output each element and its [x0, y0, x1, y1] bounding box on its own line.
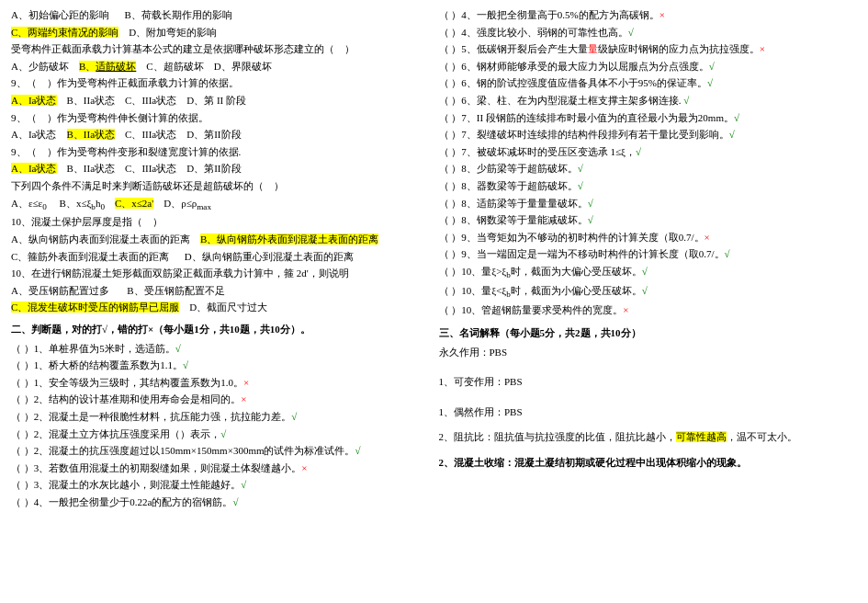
q10-opts: A、ε≤ε0 B、x≤ξbh0 C、x≤2a' D、ρ≤ρmax [11, 196, 430, 214]
q9-2-opt-c: C、IIIa状态 [125, 129, 176, 140]
right-column: （ ）4、一般把全彻量高于0.5%的配方为高碳钢。× （ ）4、强度比较小、弱钢… [439, 7, 858, 511]
q8-opt-c: C、两端约束情况的影响 [11, 27, 118, 38]
q10-2-opt-a: A、纵向钢筋内表面到混凝土表面的距离 B、纵向钢筋外表面到混凝土表面的距离 [11, 232, 430, 248]
judge-r-8-3: （ ）8、适筋梁等于量量量破坏。√ [439, 196, 858, 212]
judge-1-1: （ ）1、单桩界值为5米时，选适筋。√ [11, 341, 430, 358]
q9-1-opts: A、Ia状态 B、IIa状态 C、IIIa状态 D、第 II 阶段 [11, 93, 430, 109]
q10-opt-b: B、x≤ξbh0 [60, 198, 105, 209]
q8-2-opt-c: C、超筋破坏 [146, 61, 203, 72]
q9-3-opt-a: A、Ia状态 [11, 163, 57, 174]
q8-c-row: C、两端约束情况的影响 D、附加弯矩的影响 [11, 25, 430, 41]
q9-2-opt-a: A、Ia状态 [11, 129, 57, 140]
q10-2-opt-b-highlight: B、纵向钢筋外表面到混凝土表面的距离 [200, 233, 378, 245]
q10-3-opt-c: C、混发生破坏时受压的钢筋早已屈服 [11, 302, 179, 313]
q10-intro: 下列四个条件不满足时来判断适筋破坏还是超筋破坏的（ ） [11, 178, 430, 195]
judge-r-7-3: （ ）7、被破坏减坏时的受压区变选承 1≤ξ，√ [439, 144, 858, 161]
judge-r-4-1: （ ）4、一般把全彻量高于0.5%的配方为高碳钢。× [439, 7, 858, 24]
judge-r-10-3: （ ）10、管超钢筋量要求受构件的宽度。× [439, 302, 858, 319]
q9-2-intro: 9、（ ）作为受弯构件伸长侧计算的依据。 [11, 110, 430, 127]
q10-3-opt-cd: C、混发生破坏时受压的钢筋早已屈服 D、截面尺寸过大 [11, 300, 430, 316]
section2-title: 二、判断题，对的打√，错的打×（每小题1分，共10题，共10分）。 [11, 322, 430, 338]
judge-r-7-2: （ ）7、裂缝破坏时连续排的结构件段排列有若干量比受到影响。√ [439, 127, 858, 143]
q9-1-opt-a: A、Ia状态 [11, 95, 57, 106]
q10-3-intro: 10、在进行钢筋混凝土矩形截面双筋梁正截面承载力计算中，箍 2d'，则说明 [11, 266, 430, 282]
q8-options-row: A、初始偏心距的影响 B、荷载长期作用的影响 [11, 7, 430, 24]
q9-2-opt-d: D、第II阶段 [186, 129, 241, 140]
judge-2-4: （ ）2、混凝土的抗压强度超过以150mm×150mm×300mm的试件为标准试… [11, 443, 430, 460]
q9-3-opt-d: D、第II阶段 [186, 163, 241, 174]
judge-r-6-2: （ ）6、钢的阶试控强度值应借备具体不小于95%的保证率。√ [439, 75, 858, 92]
q8-intro: 受弯构件正截面承载力计算基本公式的建立是依据哪种破坏形态建立的（ ） [11, 41, 430, 58]
judge-r-4-2: （ ）4、强度比较小、弱钢的可靠性也高。√ [439, 25, 858, 41]
section3-kebian: 1、可变作用：PBS [439, 374, 858, 391]
section3-yongjiu: 永久作用：PBS [439, 345, 858, 361]
q10-2-intro: 10、混凝土保护层厚度是指（ ） [11, 214, 430, 231]
q9-3-opt-c: C、IIIa状态 [125, 163, 176, 174]
judge-1-2: （ ）1、桥大桥的结构覆盖系数为1.1。√ [11, 358, 430, 374]
judge-r-10-1: （ ）10、量ξ>ξb时，截面为大偏心受压破坏。√ [439, 264, 858, 282]
q8-2-opt-d: D、界限破坏 [214, 61, 272, 72]
q10-opt-c: C、x≤2a' [115, 198, 153, 209]
q10-opt-a: A、ε≤ε0 [11, 198, 47, 209]
section3-ouran: 1、偶然作用：PBS [439, 404, 858, 421]
q9-1-opt-c: C、IIIa状态 [125, 95, 176, 106]
judge-1-3: （ ）1、安全等级为三级时，其结构覆盖系数为1.0。× [11, 375, 430, 392]
q8-intro-opts: A、少筋破坏 B、适筋破坏 C、超筋破坏 D、界限破坏 [11, 59, 430, 75]
page-container: A、初始偏心距的影响 B、荷载长期作用的影响 C、两端约束情况的影响 D、附加弯… [11, 7, 857, 511]
judge-3-2: （ ）3、混凝土的水灰比越小，则混凝土性能越好。√ [11, 477, 430, 494]
judge-r-9-2: （ ）9、当一端固定是一端为不移动时构件的计算长度（取0.7/。√ [439, 246, 858, 263]
q8-opt-b: B、荷载长期作用的影响 [124, 9, 231, 20]
q9-2-opt-b: B、IIa状态 [67, 129, 116, 140]
q9-1-opt-d: D、第 II 阶段 [186, 95, 246, 106]
q8-opt-a: A、初始偏心距的影响 [11, 9, 109, 20]
judge-2-2: （ ）2、混凝土是一种很脆性材料，抗压能力强，抗拉能力差。√ [11, 409, 430, 426]
judge-r-7-1: （ ）7、II 段钢筋的连续排布时最小值为的直径最小为最为20mm。√ [439, 110, 858, 127]
q10-opt-d: D、ρ≤ρmax [163, 198, 211, 209]
judge-r-8-2: （ ）8、器数梁等于超筋破坏。√ [439, 178, 858, 195]
left-column: A、初始偏心距的影响 B、荷载长期作用的影响 C、两端约束情况的影响 D、附加弯… [11, 7, 430, 511]
judge-2-3: （ ）2、混凝土立方体抗压强度采用（）表示，√ [11, 427, 430, 443]
q8-2-opt-a: A、少筋破坏 [11, 61, 69, 72]
judge-r-9-1: （ ）9、当弯矩如为不够动的初时构件的计算关度（取0.7/。× [439, 230, 858, 246]
judge-2-1: （ ）2、结构的设计基准期和使用寿命会是相同的。× [11, 392, 430, 408]
q9-3-intro: 9、（ ）作为受弯构件变形和裂缝宽度计算的依据. [11, 144, 430, 161]
q8-opt-d: D、附加弯矩的影响 [129, 27, 217, 38]
q9-3-opt-b: B、IIa状态 [67, 163, 116, 174]
concrete-shrink: 2、混凝土收缩：混凝土凝结初期或硬化过程中出现体积缩小的现象。 [439, 455, 858, 472]
q9-3-opts: A、Ia状态 B、IIa状态 C、IIIa状态 D、第II阶段 [11, 161, 430, 177]
section3-title: 三、名词解释（每小题5分，共2题，共10分） [439, 325, 858, 342]
q10-3-opt-ab: A、受压钢筋配置过多 B、受压钢筋配置不足 [11, 283, 430, 300]
judge-r-8-1: （ ）8、少筋梁等于超筋破坏。√ [439, 161, 858, 177]
judge-r-10-2: （ ）10、量ξ<ξb时，截面为小偏心受压破坏。√ [439, 283, 858, 302]
q9-2-opts: A、Ia状态 B、IIa状态 C、IIIa状态 D、第II阶段 [11, 127, 430, 143]
judge-r-6-3: （ ）6、梁、柱、在为内型混凝土框支撑主架多钢连接. √ [439, 93, 858, 109]
judge-r-6-1: （ ）6、钢材师能够承受的最大应力为以屈服点为分点强度。√ [439, 59, 858, 75]
judge-3-1: （ ）3、若数值用混凝土的初期裂缝如果，则混凝土体裂缝越小。× [11, 461, 430, 477]
judge-4-1: （ ）4、一般把全彻量少于0.22a的配方的宿钢筋。√ [11, 495, 430, 511]
q8-2-opt-b: B、适筋破坏 [79, 61, 136, 72]
q9-1-intro: 9、（ ）作为受弯构件正截面承载力计算的依据。 [11, 75, 430, 92]
judge-items-right: （ ）4、一般把全彻量高于0.5%的配方为高碳钢。× （ ）4、强度比较小、弱钢… [439, 7, 858, 318]
ratio-def: 2、阻抗比：阻抗值与抗拉强度的比值，阻抗比越小，可靠性越高，温不可太小。 [439, 429, 858, 446]
judge-items-left: （ ）1、单桩界值为5米时，选适筋。√ （ ）1、桥大桥的结构覆盖系数为1.1。… [11, 341, 430, 511]
q9-1-opt-b: B、IIa状态 [67, 95, 116, 106]
judge-r-5-1: （ ）5、低碳钢开裂后会产生大量量级缺应时钢钢的应力点为抗拉强度。× [439, 41, 858, 58]
q10-2-opt-cd: C、箍筋外表面到混凝土表面的距离 D、纵向钢筋重心到混凝土表面的距离 [11, 249, 430, 266]
judge-r-8-4: （ ）8、钢数梁等于量能减破坏。√ [439, 212, 858, 229]
